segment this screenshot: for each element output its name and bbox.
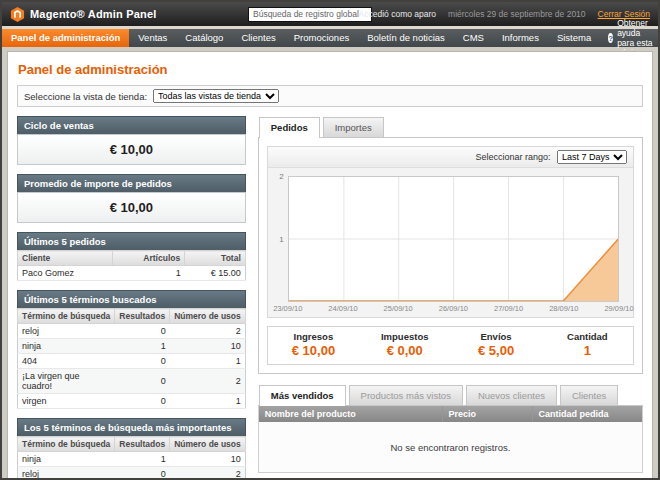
global-search-input[interactable] bbox=[248, 7, 372, 22]
dashboard-tabs: Pedidos Importes bbox=[258, 116, 643, 138]
help-link[interactable]: ? Obtener ayuda para esta página bbox=[600, 29, 660, 47]
nav-item-cms[interactable]: CMS bbox=[454, 29, 493, 47]
grid-tabs: Más vendidos Productos más vistos Nuevos… bbox=[258, 384, 643, 406]
average-orders-value: € 10,00 bbox=[17, 192, 246, 223]
search-term-cell: virgen bbox=[18, 394, 115, 409]
items-cell: 1 bbox=[113, 266, 185, 281]
chart-area: 21 23/09/1024/09/1025/09/1026/09/1027/09… bbox=[268, 168, 633, 317]
column-header: Término de búsqueda bbox=[18, 437, 115, 452]
top-search-panel: Los 5 términos de búsqueda más important… bbox=[17, 418, 246, 478]
table-row[interactable]: Paco Gomez 1 € 15.00 bbox=[18, 266, 246, 281]
tab-mas-vendidos[interactable]: Más vendidos bbox=[259, 385, 346, 406]
nav-item-dashboard[interactable]: Panel de administración bbox=[2, 29, 129, 47]
table-header-row: Cliente Artículos Total bbox=[18, 251, 246, 266]
total-impuestos: Impuestos € 0,00 bbox=[359, 327, 450, 364]
right-column: Pedidos Importes Seleccionar rango: Last… bbox=[258, 116, 643, 473]
header-date: miércoles 29 de septiembre de 2010 bbox=[448, 9, 586, 19]
stat-value: € 5,00 bbox=[452, 343, 539, 358]
stat-label: Impuestos bbox=[361, 331, 448, 342]
stat-label: Ingresos bbox=[270, 331, 357, 342]
content-panel: Panel de administración Seleccione la vi… bbox=[7, 51, 653, 478]
table-row[interactable]: reloj 0 2 bbox=[18, 467, 246, 479]
nav-item-boletin[interactable]: Boletín de noticias bbox=[358, 29, 454, 47]
results-cell: 1 bbox=[115, 339, 170, 354]
left-column: Ciclo de ventas € 10,00 Promedio de impo… bbox=[17, 116, 246, 478]
store-view-select[interactable]: Todas las vistas de tienda bbox=[153, 89, 279, 103]
table-row[interactable]: reloj 0 2 bbox=[18, 324, 246, 339]
column-header: Total bbox=[185, 251, 246, 266]
tab-clientes[interactable]: Clientes bbox=[560, 385, 618, 405]
search-term-cell: 404 bbox=[18, 354, 115, 369]
chart-container: Seleccionar rango: Last 7 Days 21 bbox=[267, 146, 634, 318]
lifetime-sales-value: € 10,00 bbox=[17, 134, 246, 165]
range-select[interactable]: Last 7 Days bbox=[557, 150, 627, 164]
nav-item-ventas[interactable]: Ventas bbox=[129, 29, 176, 47]
stat-value: 1 bbox=[544, 343, 631, 358]
table-row[interactable]: ¡La virgen que cuadro! 0 2 bbox=[18, 369, 246, 394]
x-tick-label: 24/09/10 bbox=[328, 304, 357, 313]
chart-plot bbox=[288, 176, 619, 302]
results-cell: 1 bbox=[115, 452, 170, 467]
x-tick-label: 26/09/10 bbox=[439, 304, 468, 313]
last-search-panel: Últimos 5 términos buscados Término de b… bbox=[17, 290, 246, 409]
tab-productos-mas-vistos[interactable]: Productos más vistos bbox=[349, 385, 463, 405]
stat-value: € 10,00 bbox=[270, 343, 357, 358]
tab-importes[interactable]: Importes bbox=[323, 117, 384, 137]
bestsellers-grid: Nombre del producto Precio Cantidad pedi… bbox=[258, 406, 643, 473]
tab-pedidos[interactable]: Pedidos bbox=[259, 117, 320, 138]
nav-item-clientes[interactable]: Clientes bbox=[232, 29, 284, 47]
main-nav: Panel de administración Ventas Catálogo … bbox=[2, 29, 658, 47]
table-row[interactable]: ninja 1 10 bbox=[18, 452, 246, 467]
orders-chart bbox=[289, 177, 618, 301]
search-term-cell: ninja bbox=[18, 339, 115, 354]
dashboard-columns: Ciclo de ventas € 10,00 Promedio de impo… bbox=[17, 116, 643, 478]
nav-item-sistema[interactable]: Sistema bbox=[548, 29, 600, 47]
chart-x-labels: 23/09/1024/09/1025/09/1026/09/1027/09/10… bbox=[288, 302, 619, 315]
panel-title: Los 5 términos de búsqueda más important… bbox=[17, 418, 246, 436]
nav-item-promociones[interactable]: Promociones bbox=[285, 29, 358, 47]
chart-y-labels: 21 bbox=[272, 176, 288, 302]
search-term-cell: ninja bbox=[18, 452, 115, 467]
total-envios: Envíos € 5,00 bbox=[450, 327, 541, 364]
nav-item-informes[interactable]: Informes bbox=[493, 29, 548, 47]
orders-tab-panel: Seleccionar rango: Last 7 Days 21 bbox=[258, 138, 643, 374]
bestsellers-widget: Más vendidos Productos más vistos Nuevos… bbox=[258, 384, 643, 473]
range-label: Seleccionar rango: bbox=[475, 152, 550, 162]
column-header: Número de usos bbox=[170, 309, 246, 324]
lifetime-sales-panel: Ciclo de ventas € 10,00 bbox=[17, 116, 246, 165]
orders-widget: Pedidos Importes Seleccionar rango: Last… bbox=[258, 116, 643, 374]
page-title: Panel de administración bbox=[18, 62, 643, 77]
x-tick-label: 23/09/10 bbox=[273, 304, 302, 313]
store-view-switcher: Seleccione la vista de tienda: Todas las… bbox=[17, 85, 643, 107]
table-header-row: Término de búsqueda Resultados Número de… bbox=[18, 437, 246, 452]
y-tick-label: 1 bbox=[279, 235, 283, 244]
chart-toolbar: Seleccionar rango: Last 7 Days bbox=[268, 147, 633, 168]
table-row[interactable]: ninja 1 10 bbox=[18, 339, 246, 354]
help-icon: ? bbox=[608, 33, 613, 43]
total-ingresos: Ingresos € 10,00 bbox=[268, 327, 359, 364]
search-term-cell: ¡La virgen que cuadro! bbox=[18, 369, 115, 394]
y-tick-label: 2 bbox=[279, 172, 283, 181]
header-meta: Accedió como aparo miércoles 29 de septi… bbox=[400, 9, 650, 19]
uses-cell: 1 bbox=[170, 394, 246, 409]
content-area: Panel de administración Seleccione la vi… bbox=[2, 47, 658, 478]
results-cell: 0 bbox=[115, 354, 170, 369]
stat-value: € 0,00 bbox=[361, 343, 448, 358]
search-term-cell: reloj bbox=[18, 324, 115, 339]
panel-title: Últimos 5 pedidos bbox=[17, 232, 246, 250]
logo: Magento® Admin Panel bbox=[10, 7, 220, 22]
column-header: Cantidad pedida bbox=[532, 406, 642, 422]
tab-nuevos-clientes[interactable]: Nuevos clientes bbox=[466, 385, 557, 405]
stat-label: Envíos bbox=[452, 331, 539, 342]
column-header: Cliente bbox=[18, 251, 113, 266]
column-header: Precio bbox=[442, 406, 532, 422]
results-cell: 0 bbox=[115, 324, 170, 339]
column-header: Número de usos bbox=[170, 437, 246, 452]
magento-logo-icon bbox=[10, 7, 25, 22]
table-header-row: Término de búsqueda Resultados Número de… bbox=[18, 309, 246, 324]
table-row[interactable]: 404 0 1 bbox=[18, 354, 246, 369]
header: Magento® Admin Panel Accedió como aparo … bbox=[2, 2, 658, 26]
table-row[interactable]: virgen 0 1 bbox=[18, 394, 246, 409]
uses-cell: 2 bbox=[170, 467, 246, 479]
nav-item-catalogo[interactable]: Catálogo bbox=[176, 29, 232, 47]
